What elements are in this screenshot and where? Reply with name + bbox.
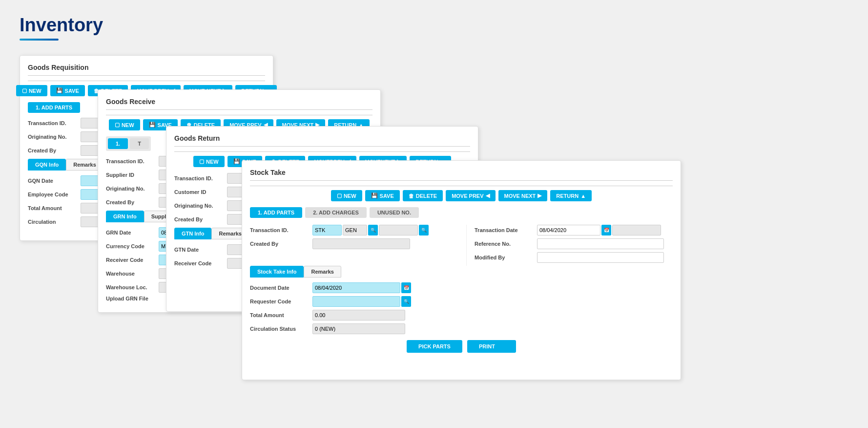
search-icon2: 🔍 (421, 228, 427, 233)
stk-transaction-date-label: Transaction Date (475, 227, 533, 233)
stock-take-save-button[interactable]: 💾 SAVE (365, 190, 400, 201)
gtn-originating-no-label: Originating No. (174, 203, 223, 209)
stk-transaction-date-row: Transaction Date 📅 (475, 225, 673, 235)
stk-requester-search-btn[interactable]: 🔍 (401, 296, 411, 307)
stk-document-date-row: Document Date 📅 (250, 282, 673, 293)
stock-take-unused-no-tab[interactable]: UNUSED NO. (370, 207, 419, 218)
goods-receive-title: Goods Receive (106, 98, 372, 110)
goods-req-title: Goods Requisition (28, 64, 265, 76)
total-amount-label: Total Amount (28, 205, 77, 211)
delete-icon4: 🗑 (409, 193, 414, 199)
grn-date-label: GRN Date (106, 230, 155, 235)
title-underline (20, 39, 59, 41)
stk-created-by-input[interactable] (312, 238, 410, 249)
stk-action-bar: PICK PARTS PRINT (250, 340, 673, 353)
stk-modified-by-row: Modified By (475, 252, 673, 263)
search-icon3: 🔍 (404, 299, 409, 304)
stk-circulation-status-row: Circulation Status (250, 323, 673, 334)
save-icon3: 💾 (233, 158, 240, 165)
stock-take-move-next-button[interactable]: MOVE NEXT ▶ (498, 190, 548, 201)
created-by-label: Created By (28, 148, 77, 153)
search-icon: 🔍 (371, 228, 376, 233)
stk-doc-date-calendar-btn[interactable]: 📅 (401, 282, 411, 293)
stock-take-return-button[interactable]: RETURN ▲ (550, 190, 592, 201)
grn-currency-label: Currency Code (106, 243, 155, 249)
stock-take-move-prev-button[interactable]: MOVE PREV ◀ (446, 190, 495, 201)
goods-req-save-button[interactable]: 💾 SAVE (50, 85, 85, 96)
stk-circulation-status-input[interactable] (312, 323, 405, 334)
stk-reference-no-label: Reference No. (475, 241, 533, 247)
grn-info-tab[interactable]: GRN Info (106, 211, 144, 222)
circulation-label: Circulation (28, 219, 77, 225)
stk-gen-search-btn[interactable]: 🔍 (368, 225, 378, 235)
gtn-info-tab[interactable]: GTN Info (174, 228, 211, 239)
stk-reference-no-row: Reference No. (475, 238, 673, 249)
grn-supplier-id-label: Supplier ID (106, 172, 155, 178)
goods-receive-new-button[interactable]: ▢ NEW (109, 119, 140, 130)
gtn-created-by-label: Created By (174, 216, 223, 222)
stock-take-btn-bar: ▢ NEW 💾 SAVE 🗑 DELETE MOVE PREV ◀ MOVE N… (250, 190, 673, 201)
stk-circulation-status-label: Circulation Status (250, 326, 309, 332)
new-icon2: ▢ (115, 122, 120, 128)
save-icon: 💾 (56, 87, 63, 94)
gtn-customer-id-label: Customer ID (174, 189, 223, 195)
stk-transaction-id-inputs: 🔍 🔍 (312, 225, 429, 235)
save-icon2: 💾 (149, 122, 156, 128)
goods-return-new-button[interactable]: ▢ NEW (193, 156, 225, 167)
stk-transaction-id-row: Transaction ID. 🔍 🔍 (250, 225, 456, 235)
stk-pick-parts-button[interactable]: PICK PARTS (407, 340, 462, 353)
stk-gen-input[interactable] (343, 225, 367, 235)
goods-receive-step1-tab[interactable]: 1. (108, 138, 128, 149)
gqn-info-tab[interactable]: GQN Info (28, 159, 66, 171)
goods-req-add-parts-tab[interactable]: 1. ADD PARTS (28, 102, 80, 113)
stk-requester-code-label: Requester Code (250, 299, 309, 304)
grn-warehouse-label: Warehouse (106, 271, 155, 277)
stk-requester-code-row: Requester Code 🔍 (250, 296, 673, 307)
stk-info-tabs: Stock Take Info Remarks (250, 266, 673, 278)
stk-date-extra-input[interactable] (612, 225, 661, 235)
grn-receiver-code-label: Receiver Code (106, 257, 155, 263)
stk-date-calendar-btn[interactable]: 📅 (601, 225, 611, 235)
gtn-receiver-code-label: Receiver Code (174, 260, 223, 266)
stk-print-button[interactable]: PRINT (467, 340, 516, 353)
grn-originating-no-label: Originating No. (106, 186, 155, 192)
stock-take-add-parts-tab[interactable]: 1. ADD PARTS (250, 207, 302, 218)
transaction-id-label: Transaction ID. (28, 120, 77, 126)
new-icon3: ▢ (199, 158, 204, 165)
stk-number-input[interactable] (379, 225, 418, 235)
grn-warehouse-loc-label: Warehouse Loc. (106, 284, 155, 290)
stock-take-new-button[interactable]: ▢ NEW (331, 190, 362, 201)
stk-transaction-id-label: Transaction ID. (250, 227, 309, 233)
stk-stock-take-info-tab[interactable]: Stock Take Info (250, 266, 304, 278)
stk-total-amount-row: Total Amount (250, 310, 673, 321)
stk-number-search-btn[interactable]: 🔍 (419, 225, 429, 235)
stk-created-by-label: Created By (250, 241, 309, 247)
save-icon4: 💾 (371, 193, 378, 199)
stk-remarks-tab[interactable]: Remarks (304, 266, 341, 278)
goods-receive-step2-tab[interactable]: T (130, 138, 149, 149)
grn-upload-label: Upload GRN File (106, 296, 155, 301)
employee-code-label: Employee Code (28, 192, 77, 197)
stk-document-date-label: Document Date (250, 285, 309, 291)
calendar-icon: 📅 (604, 228, 609, 233)
stk-document-date-input[interactable] (312, 282, 400, 293)
goods-req-new-button[interactable]: ▢ NEW (16, 85, 47, 96)
new-icon4: ▢ (337, 193, 342, 199)
stock-take-title: Stock Take (250, 169, 673, 181)
stk-stk-input[interactable] (312, 225, 342, 235)
stk-reference-no-input[interactable] (537, 238, 664, 249)
stk-total-amount-input[interactable] (312, 310, 405, 321)
new-icon: ▢ (22, 87, 27, 94)
gtn-date-label: GTN Date (174, 247, 223, 253)
gqn-date-label: GQN Date (28, 178, 77, 184)
stk-transaction-date-input[interactable] (537, 225, 600, 235)
stk-requester-code-input[interactable] (312, 296, 400, 307)
grn-transaction-id-label: Transaction ID. (106, 158, 155, 164)
grn-created-by-label: Created By (106, 199, 155, 205)
stock-take-add-charges-tab[interactable]: 2. ADD CHARGES (305, 207, 367, 218)
stk-modified-by-input[interactable] (537, 252, 664, 263)
stock-take-delete-button[interactable]: 🗑 DELETE (403, 190, 443, 201)
stk-created-by-row: Created By (250, 238, 456, 249)
goods-return-title: Goods Return (174, 134, 470, 147)
stk-modified-by-label: Modified By (475, 255, 533, 260)
